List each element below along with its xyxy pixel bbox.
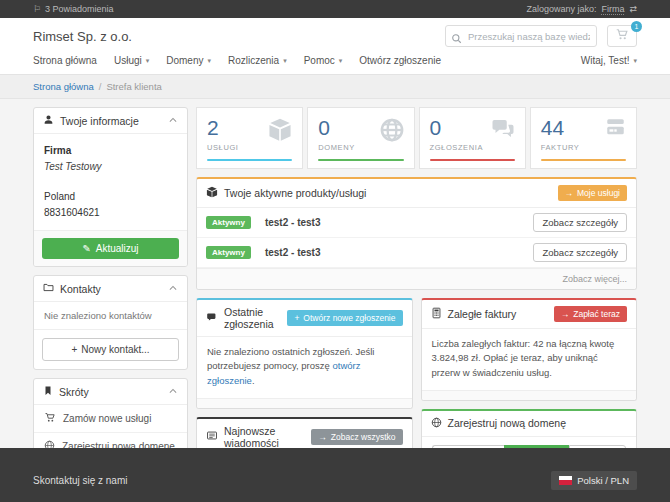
product-name: test2 - test3 [265,217,321,228]
pay-now-button[interactable]: → Zapłać teraz [554,306,627,322]
globe-icon [379,117,405,147]
arrow-right-icon: → [565,188,574,198]
bookmark-icon [43,385,53,398]
box-icon [267,117,293,147]
breadcrumb-home-link[interactable]: Strona główna [33,81,94,92]
cart-icon [44,412,56,425]
caret-down-icon: ▾ [146,57,150,65]
knowledgebase-search [445,25,597,47]
cart-button[interactable]: 1 [607,25,637,47]
new-contact-button[interactable]: + Nowy kontakt... [42,338,179,361]
nav-item-pomoc[interactable]: Pomoc ▾ [304,55,343,66]
chat-bubbles-icon [490,117,516,145]
language-currency-button[interactable]: Polski / PLN [551,471,637,490]
pencil-icon: ✎ [82,243,90,254]
panel-title: Najnowsze wiadomości [224,425,305,448]
panel-title: Zaległe faktury [448,308,517,320]
globe-icon [431,417,442,430]
nav-item-otworz-zgloszenie[interactable]: Otwórz zgłoszenie [359,55,441,66]
chat-bubble-icon [206,312,218,325]
active-products-panel: Twoje aktywne produkty/usługi → Moje usł… [196,177,637,290]
panel-title: Ostatnie zgłoszenia [224,306,281,330]
caret-down-icon: ▾ [339,57,343,65]
left-column: Ostatnie zgłoszenia + Otwórz nowe zgłosz… [196,298,413,448]
globe-icon [44,440,55,448]
update-details-button[interactable]: ✎ Aktualizuj [42,238,179,259]
overdue-invoices-message: Liczba zaległych faktur: 42 na łączną kw… [422,329,637,390]
stat-tile-domains[interactable]: 0 DOMENY [307,107,414,169]
breadcrumb-separator: / [99,81,102,92]
plus-icon: + [71,344,77,355]
latest-news-panel: Najnowsze wiadomości → Zobacz wszystko T… [196,417,413,448]
view-details-button[interactable]: Zobacz szczegóły [533,213,627,232]
search-input[interactable] [445,25,597,47]
recent-tickets-header: Ostatnie zgłoszenia + Otwórz nowe zgłosz… [197,300,412,337]
product-name: test2 - test3 [265,247,321,258]
status-badge: Aktywny [206,216,251,229]
plus-icon: + [294,313,299,323]
user-icon [43,114,54,127]
flag-icon: ⚐ [33,4,41,14]
caret-down-icon: ▾ [633,57,637,65]
sidebar: Twoje informacje Firma Test Testowy Pola… [33,107,188,448]
notifications-label: 3 Powiadomienia [45,4,114,14]
stat-underline [541,159,626,161]
my-services-button[interactable]: → Moje usługi [558,185,628,201]
breadcrumb: Strona główna/Strefa klienta [0,75,670,99]
cart-icon [615,28,629,44]
view-details-button[interactable]: Zobacz szczegóły [533,243,627,262]
open-new-ticket-button[interactable]: + Otwórz nowe zgłoszenie [287,310,402,326]
shortcut-order-services[interactable]: Zamów nowe usługi [34,405,187,433]
nav-item-strona-glowna[interactable]: Strona główna [33,55,97,66]
nav-item-domeny[interactable]: Domeny ▾ [166,55,211,66]
panel-title: Twoje informacje [60,115,139,127]
shortcut-register-domain[interactable]: Zarejestruj nową domenę [34,433,187,448]
main-content: Twoje informacje Firma Test Testowy Pola… [0,99,670,448]
stat-underline [430,159,515,161]
arrow-right-icon: → [318,432,327,442]
account-menu[interactable]: Witaj, Test! ▾ [581,55,637,66]
header: Rimset Sp. z o.o. 1 Strona główna Usługi… [0,18,670,75]
stat-tile-invoices[interactable]: 44 FAKTURY [530,107,637,169]
main-nav: Strona główna Usługi ▾ Domeny ▾ Rozlicze… [33,52,637,74]
panel-title: Kontakty [60,283,101,295]
contacts-panel-header[interactable]: Kontakty [34,276,187,302]
client-contact-name: Test Testowy [44,159,177,175]
contact-us-link[interactable]: Skontaktuj się z nami [33,475,128,486]
client-phone: 8831604621 [44,205,177,221]
overdue-invoices-panel: Zaległe faktury → Zapłać teraz Liczba za… [421,298,638,401]
package-icon [206,186,218,200]
contacts-panel: Kontakty Nie znaleziono kontaktów + Nowy… [33,275,188,370]
active-products-header: Twoje aktywne produkty/usługi → Moje usł… [197,179,636,208]
client-info-panel: Twoje informacje Firma Test Testowy Pola… [33,107,188,267]
chevron-up-icon [168,115,178,127]
stat-tile-tickets[interactable]: 0 ZGŁOSZENIA [419,107,526,169]
logged-in-user-link[interactable]: Firma [601,4,624,15]
brand-logo[interactable]: Rimset Sp. z o.o. [33,29,132,44]
client-country: Poland [44,189,177,205]
stats-row: 2 USŁUGI 0 DOMENY [196,107,637,169]
contacts-empty-text: Nie znaleziono kontaktów [34,302,187,329]
folder-icon [43,282,54,295]
switch-account-icon[interactable]: ⇄ [629,4,637,14]
nav-item-rozliczenia[interactable]: Rozliczenia ▾ [228,55,287,66]
chevron-up-icon [168,386,178,398]
chevron-up-icon [168,283,178,295]
poland-flag-icon [559,476,572,485]
caret-down-icon: ▾ [283,57,287,65]
shortcuts-panel-header[interactable]: Skróty [34,379,187,405]
dashboard: 2 USŁUGI 0 DOMENY [196,107,637,448]
footer: Skontaktuj się z nami Polski / PLN [0,448,670,502]
view-all-news-button[interactable]: → Zobacz wszystko [311,429,402,445]
notifications-link[interactable]: ⚐ 3 Powiadomienia [33,4,114,14]
client-info-panel-header[interactable]: Twoje informacje [34,108,187,134]
see-more-link[interactable]: Zobacz więcej... [562,274,627,284]
nav-item-uslugi[interactable]: Usługi ▾ [114,55,149,66]
stat-tile-services[interactable]: 2 USŁUGI [196,107,303,169]
register-domain-panel: Zarejestruj nową domenę Zarejestruj Tran… [421,409,638,448]
breadcrumb-current: Strefa klienta [106,81,161,92]
register-domain-header: Zarejestruj nową domenę [422,411,637,437]
search-icon [451,30,462,48]
panel-title: Zarejestruj nową domenę [448,417,566,429]
panel-title: Skróty [59,386,89,398]
